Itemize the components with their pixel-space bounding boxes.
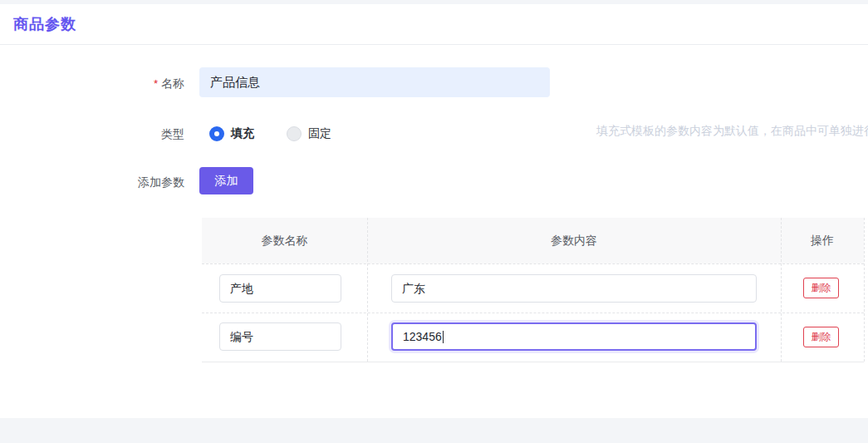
param-content-value-row1: 广东 [402, 282, 425, 295]
add-params-label: 添加参数 [85, 175, 184, 190]
name-field-label: *名称 [85, 76, 184, 91]
radio-selected-icon[interactable] [209, 126, 224, 141]
table-header-param-content: 参数内容 [367, 218, 781, 263]
radio-option-fill[interactable]: 填充 [209, 126, 254, 141]
table-col-divider-2 [781, 218, 782, 362]
product-params-page: 商品参数 *名称 产品信息 类型 填充 固定 填充式模板的参数内容为默认值，在商… [0, 0, 868, 443]
radio-option-fixed[interactable]: 固定 [287, 126, 331, 141]
delete-button-row1[interactable]: 删除 [803, 278, 839, 298]
radio-fixed-label: 固定 [308, 126, 331, 141]
required-asterisk: * [154, 77, 158, 90]
name-input-value: 产品信息 [210, 75, 260, 89]
param-name-value-row1: 产地 [230, 282, 253, 295]
table-row-divider-1 [202, 263, 864, 264]
text-cursor [443, 331, 444, 343]
top-border-strip [0, 0, 868, 4]
delete-button-row2[interactable]: 删除 [803, 327, 839, 347]
name-label-text: 名称 [161, 76, 184, 90]
add-button[interactable]: 添加 [199, 167, 253, 194]
table-col-divider-1 [367, 218, 368, 362]
radio-unselected-icon[interactable] [287, 126, 302, 141]
table-row-divider-2 [202, 313, 864, 313]
param-name-input-row2[interactable]: 编号 [219, 322, 341, 351]
param-content-value-row2: 123456 [403, 330, 442, 343]
table-header-param-name: 参数名称 [202, 218, 367, 263]
param-name-input-row1[interactable]: 产地 [219, 274, 341, 303]
table-right-border [864, 218, 865, 362]
table-header-action: 操作 [781, 218, 864, 263]
table-bottom-border [202, 362, 864, 362]
title-divider [0, 44, 868, 45]
radio-dot [214, 131, 219, 136]
page-title: 商品参数 [13, 14, 76, 34]
param-name-value-row2: 编号 [230, 330, 253, 343]
type-field-hint: 填充式模板的参数内容为默认值，在商品中可单独进行修 [596, 124, 868, 139]
radio-fill-label: 填充 [231, 126, 254, 141]
type-field-label: 类型 [85, 127, 184, 142]
footer-bar [0, 418, 868, 443]
param-content-input-row1[interactable]: 广东 [391, 274, 757, 303]
name-input[interactable]: 产品信息 [199, 67, 550, 97]
param-content-input-row2[interactable]: 123456 [391, 322, 757, 351]
